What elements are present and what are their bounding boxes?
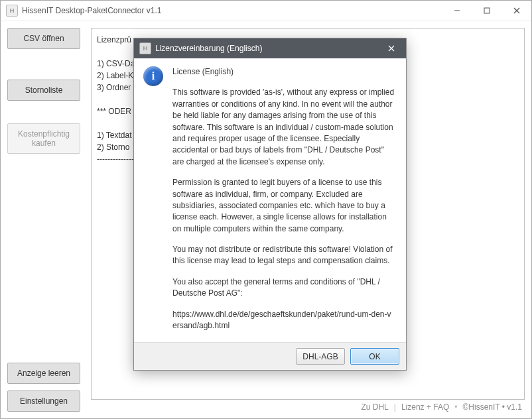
license-dialog: H Lizenzvereinbarung (Englisch) i Licens…: [133, 38, 407, 371]
ok-button[interactable]: OK: [350, 348, 399, 365]
dialog-titlebar: H Lizenzvereinbarung (Englisch): [134, 38, 406, 58]
footer-link-license[interactable]: Lizenz + FAQ: [401, 402, 449, 412]
minimize-button[interactable]: [442, 1, 472, 20]
svg-rect-1: [484, 8, 490, 13]
maximize-button[interactable]: [472, 1, 501, 20]
dialog-app-icon: H: [139, 42, 151, 54]
buy-button: Kostenpflichtig kaufen: [7, 123, 80, 154]
license-heading: License (English): [172, 66, 395, 78]
license-paragraph-3: You may not distribute or redistribute t…: [172, 244, 395, 267]
sidebar: CSV öffnen Stornoliste Kostenpflichtig k…: [1, 21, 87, 418]
maximize-icon: [484, 7, 490, 14]
close-button[interactable]: [501, 1, 531, 20]
main-window: H HissenIT Desktop-PaketConnector v1.1 C…: [0, 0, 532, 419]
close-icon: [513, 7, 520, 14]
minimize-icon: [454, 7, 460, 14]
titlebar: H HissenIT Desktop-PaketConnector v1.1: [1, 1, 531, 21]
app-icon: H: [6, 5, 18, 17]
footer-link-dhl[interactable]: Zu DHL: [361, 402, 388, 412]
dialog-close-button[interactable]: [377, 38, 406, 58]
storno-list-button[interactable]: Stornoliste: [7, 80, 80, 101]
license-paragraph-1: This software is provided 'as-is', witho…: [172, 87, 395, 168]
dialog-title: Lizenzvereinbarung (Englisch): [155, 44, 377, 53]
footer-brand: ©HissenIT • v1.1: [462, 402, 522, 412]
dialog-body: i License (English) This software is pro…: [134, 58, 406, 342]
csv-open-button[interactable]: CSV öffnen: [7, 28, 80, 49]
footer: Zu DHL | Lizenz + FAQ • ©HissenIT • v1.1: [91, 400, 525, 414]
window-title: HissenIT Desktop-PaketConnector v1.1: [22, 6, 442, 15]
dhl-agb-button[interactable]: DHL-AGB: [296, 348, 345, 365]
license-paragraph-4: You also accept the general terms and co…: [172, 276, 395, 300]
info-icon: i: [143, 66, 163, 86]
clear-display-button[interactable]: Anzeige leeren: [7, 363, 80, 384]
settings-button[interactable]: Einstellungen: [7, 390, 80, 412]
dialog-text: License (English) This software is provi…: [172, 66, 395, 334]
license-url: https://www.dhl.de/de/geschaeftskunden/p…: [172, 309, 395, 332]
close-icon: [388, 45, 395, 52]
license-paragraph-2: Permission is granted to legit buyers of…: [172, 177, 395, 235]
dialog-footer: DHL-AGB OK: [134, 342, 406, 370]
